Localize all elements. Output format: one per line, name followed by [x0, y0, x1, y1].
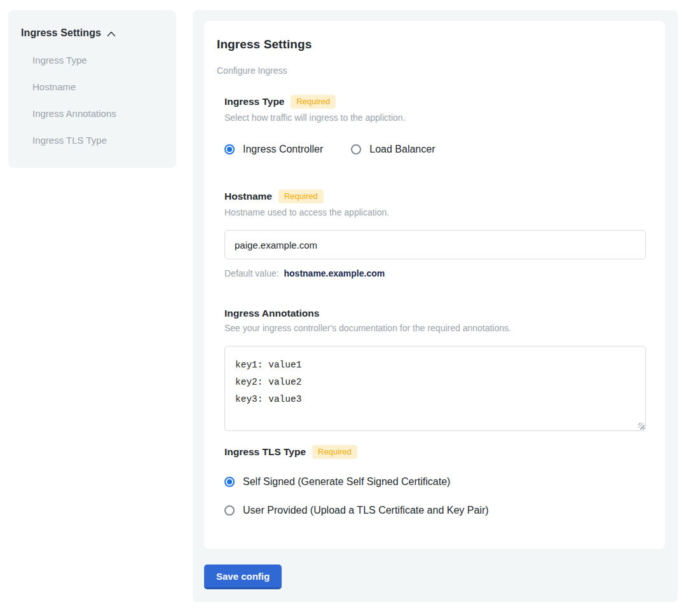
ingress-type-label: Ingress Type	[224, 96, 284, 107]
sidebar-item-hostname[interactable]: Hostname	[32, 81, 163, 93]
required-badge: Required	[291, 95, 336, 109]
hostname-description: Hostname used to access the application.	[224, 207, 652, 217]
fields-container: Ingress Type Required Select how traffic…	[224, 95, 652, 516]
annotations-description: See your ingress controller's documentat…	[224, 323, 652, 333]
sidebar-item-ingress-tls-type[interactable]: Ingress TLS Type	[32, 135, 163, 146]
radio-option-self-signed[interactable]: Self Signed (Generate Self Signed Certif…	[224, 476, 652, 488]
radio-load-balancer[interactable]	[351, 144, 361, 154]
required-badge: Required	[278, 189, 324, 203]
sidebar-group-title: Ingress Settings	[21, 27, 101, 39]
radio-option-user-provided[interactable]: User Provided (Upload a TLS Certificate …	[224, 505, 652, 516]
hostname-default-line: Default value: hostname.example.com	[224, 268, 652, 278]
hostname-input[interactable]	[224, 230, 646, 259]
ingress-type-radio-group: Ingress Controller Load Balancer	[224, 144, 652, 155]
ingress-type-label-row: Ingress Type Required	[224, 95, 652, 109]
tls-type-radio-group: Self Signed (Generate Self Signed Certif…	[224, 476, 652, 516]
section-ingress-tls-type: Ingress TLS Type Required Self Signed (G…	[224, 445, 652, 516]
annotations-textarea[interactable]: key1: value1 key2: value2 key3: value3	[224, 346, 646, 431]
tls-type-label: Ingress TLS Type	[224, 446, 306, 458]
radio-self-signed[interactable]	[224, 477, 235, 487]
annotations-textarea-wrap: key1: value1 key2: value2 key3: value3	[224, 346, 646, 431]
section-ingress-type: Ingress Type Required Select how traffic…	[224, 95, 652, 155]
radio-label-user-provided[interactable]: User Provided (Upload a TLS Certificate …	[243, 505, 489, 516]
radio-option-ingress-controller[interactable]: Ingress Controller	[224, 144, 323, 155]
card-title: Ingress Settings	[217, 38, 652, 51]
tls-type-label-row: Ingress TLS Type Required	[224, 445, 652, 459]
radio-label-load-balancer[interactable]: Load Balancer	[369, 144, 435, 155]
radio-ingress-controller[interactable]	[224, 144, 235, 154]
settings-sidebar: Ingress Settings Ingress Type Hostname I…	[8, 10, 176, 168]
sidebar-item-ingress-annotations[interactable]: Ingress Annotations	[32, 108, 163, 120]
default-value-prefix: Default value:	[224, 268, 279, 278]
ingress-settings-card: Ingress Settings Configure Ingress Ingre…	[204, 21, 665, 549]
sidebar-item-ingress-type[interactable]: Ingress Type	[32, 55, 163, 66]
hostname-label-row: Hostname Required	[224, 189, 652, 203]
hostname-label: Hostname	[224, 191, 272, 202]
required-badge: Required	[312, 445, 357, 459]
radio-label-ingress-controller[interactable]: Ingress Controller	[243, 144, 323, 155]
default-value-text: hostname.example.com	[284, 268, 385, 278]
annotations-label-row: Ingress Annotations	[224, 308, 652, 319]
section-hostname: Hostname Required Hostname used to acces…	[224, 189, 652, 278]
chevron-up-icon	[107, 28, 116, 39]
sidebar-group-ingress-settings[interactable]: Ingress Settings	[21, 27, 163, 39]
ingress-type-description: Select how traffic will ingress to the a…	[224, 113, 652, 123]
annotations-label: Ingress Annotations	[224, 308, 319, 319]
radio-user-provided[interactable]	[224, 505, 235, 516]
radio-option-load-balancer[interactable]: Load Balancer	[351, 144, 435, 155]
section-ingress-annotations: Ingress Annotations See your ingress con…	[224, 308, 652, 431]
settings-panel: Ingress Settings Configure Ingress Ingre…	[193, 10, 678, 602]
card-subtitle: Configure Ingress	[217, 65, 652, 76]
radio-label-self-signed[interactable]: Self Signed (Generate Self Signed Certif…	[243, 476, 450, 488]
save-config-button[interactable]: Save config	[204, 565, 282, 589]
